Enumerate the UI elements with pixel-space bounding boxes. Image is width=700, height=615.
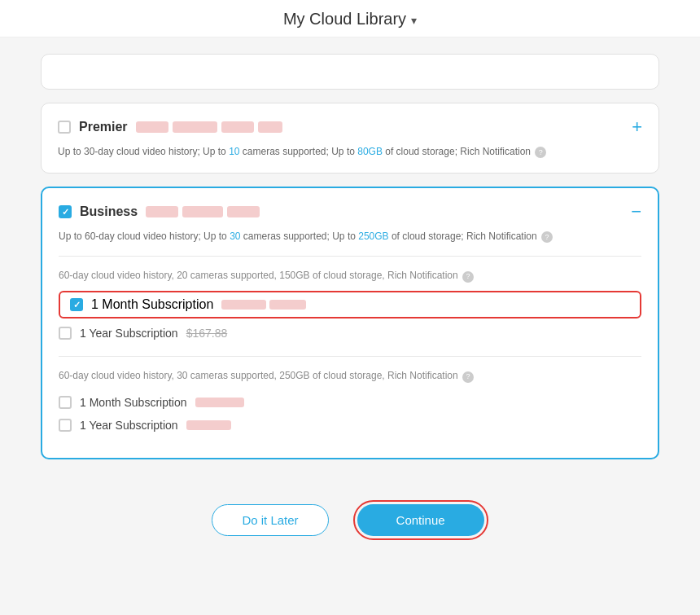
divider-2 [59, 356, 641, 357]
tier1-month-label: 1 Month Subscription [91, 297, 213, 312]
tier2-help-icon[interactable]: ? [462, 371, 474, 383]
tier2-month-price-pill [195, 398, 244, 407]
business-header-left: Business [59, 204, 260, 219]
premier-camera-count: 10 [229, 146, 239, 157]
divider-1 [59, 256, 641, 257]
tier2-month-label: 1 Month Subscription [80, 396, 187, 409]
business-price-pill-3 [227, 206, 260, 217]
premier-checkbox[interactable] [58, 121, 71, 134]
tier1-year-price: $167.88 [186, 327, 228, 340]
do-it-later-button[interactable]: Do it Later [212, 504, 328, 536]
business-price-display [146, 206, 260, 217]
premier-price-pill-1 [136, 121, 168, 133]
premier-expand-button[interactable]: + [632, 116, 642, 138]
tier1-month-price-pill-1 [221, 300, 266, 310]
premier-storage: 80GB [357, 146, 383, 157]
business-collapse-button[interactable]: − [631, 201, 641, 222]
premier-header-left: Premier [58, 120, 282, 134]
business-plan-card: Business − Up to 60-day cloud video hist… [41, 187, 659, 459]
premier-price-pill-3 [221, 121, 254, 133]
premier-price-display [136, 121, 282, 133]
business-camera-count: 30 [230, 231, 240, 242]
tier1-year-subscription[interactable]: 1 Year Subscription $167.88 [59, 322, 641, 345]
continue-button[interactable]: Continue [357, 504, 484, 536]
premier-price-pill-4 [258, 121, 282, 133]
tier2-year-subscription[interactable]: 1 Year Subscription [59, 414, 641, 437]
tier1-help-icon[interactable]: ? [462, 271, 474, 283]
continue-button-wrapper: Continue [353, 500, 488, 540]
business-description: Up to 60-day cloud video history; Up to … [59, 229, 641, 244]
tier1-month-price-pill-2 [269, 300, 306, 310]
business-checkbox[interactable] [59, 205, 72, 218]
app-header: My Cloud Library ▾ [0, 0, 700, 37]
tier1-month-subscription-selected[interactable]: 1 Month Subscription [59, 291, 641, 318]
business-storage: 250GB [358, 231, 388, 242]
partial-card [41, 54, 659, 90]
tier2-description: 60-day cloud video history, 30 cameras s… [59, 368, 641, 383]
tier2-month-price [195, 398, 244, 407]
tier1-month-checkbox[interactable] [70, 298, 83, 311]
premier-card-header: Premier + [58, 116, 642, 138]
tier2-month-checkbox[interactable] [59, 396, 72, 409]
tier2-year-checkbox[interactable] [59, 419, 72, 432]
premier-plan-title: Premier [79, 120, 128, 134]
dropdown-chevron-icon[interactable]: ▾ [411, 14, 417, 27]
tier2-year-price [186, 420, 231, 430]
business-card-header: Business − [59, 201, 641, 222]
tier1-year-checkbox[interactable] [59, 327, 72, 340]
bottom-action-bar: Do it Later Continue [41, 484, 659, 556]
business-price-pill-1 [146, 206, 178, 217]
tier2-year-label: 1 Year Subscription [80, 419, 178, 432]
business-tier-1: 60-day cloud video history, 20 cameras s… [59, 268, 641, 345]
tier2-year-price-pill [186, 420, 231, 430]
tier1-month-price [221, 300, 306, 310]
business-plan-title: Business [80, 204, 138, 219]
premier-help-icon[interactable]: ? [535, 147, 546, 158]
tier1-year-label: 1 Year Subscription [80, 327, 178, 340]
tier1-description: 60-day cloud video history, 20 cameras s… [59, 268, 641, 283]
business-tier-2: 60-day cloud video history, 30 cameras s… [59, 368, 641, 437]
business-help-icon[interactable]: ? [541, 231, 553, 243]
business-price-pill-2 [182, 206, 223, 217]
main-content: Premier + Up to 30-day cloud video histo… [41, 37, 659, 484]
tier2-month-subscription[interactable]: 1 Month Subscription [59, 391, 641, 414]
premier-plan-card: Premier + Up to 30-day cloud video histo… [41, 103, 659, 174]
premier-price-pill-2 [173, 121, 217, 133]
page-title: My Cloud Library [283, 10, 406, 29]
premier-description: Up to 30-day cloud video history; Up to … [58, 144, 642, 160]
